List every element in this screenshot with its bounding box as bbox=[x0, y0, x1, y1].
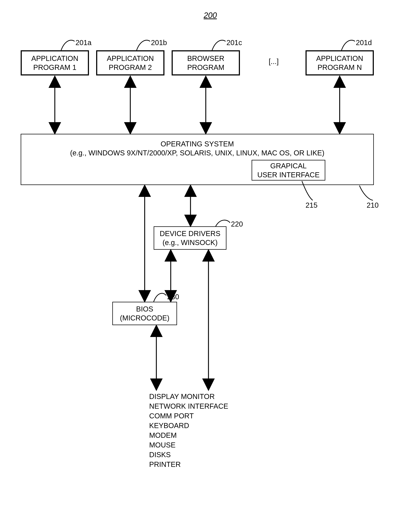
box-app4: APPLICATION PROGRAM N bbox=[306, 50, 374, 75]
drivers-line2: (e.g., WINSOCK) bbox=[163, 238, 218, 247]
hardware-list: DISPLAY MONITOR NETWORK INTERFACE COMM P… bbox=[149, 392, 228, 469]
app1-line1: APPLICATION bbox=[31, 54, 78, 63]
box-app1: APPLICATION PROGRAM 1 bbox=[21, 50, 89, 75]
os-line1: OPERATING SYSTEM bbox=[160, 140, 234, 148]
ref-201d: 201d bbox=[356, 39, 372, 47]
apps-ellipsis: [...] bbox=[269, 58, 279, 66]
box-app2: APPLICATION PROGRAM 2 bbox=[96, 50, 165, 75]
ref-220: 220 bbox=[231, 220, 243, 228]
app4-line2: PROGRAM N bbox=[318, 63, 362, 72]
hw-2: COMM PORT bbox=[149, 411, 228, 421]
bios-line1: BIOS bbox=[136, 304, 153, 313]
diagram-canvas: 200 201a 201b 201c 201d 220 230 215 210 … bbox=[0, 0, 420, 508]
app1-line2: PROGRAM 1 bbox=[33, 63, 76, 72]
hw-0: DISPLAY MONITOR bbox=[149, 392, 228, 401]
app2-line1: APPLICATION bbox=[107, 54, 154, 63]
ref-230: 230 bbox=[167, 293, 179, 301]
hw-5: MOUSE bbox=[149, 440, 228, 450]
ref-210: 210 bbox=[367, 201, 379, 209]
app4-line1: APPLICATION bbox=[316, 54, 363, 63]
bios-line2: (MICROCODE) bbox=[120, 313, 169, 323]
os-line2: (e.g., WINDOWS 9X/NT/2000/XP, SOLARIS, U… bbox=[70, 148, 324, 157]
hw-4: MODEM bbox=[149, 430, 228, 440]
app3-line1: BROWSER bbox=[187, 54, 225, 63]
gui-line1: GRAPICAL bbox=[270, 161, 307, 170]
ref-201b: 201b bbox=[151, 39, 167, 47]
gui-line2: USER INTERFACE bbox=[257, 170, 320, 179]
hw-1: NETWORK INTERFACE bbox=[149, 401, 228, 411]
app2-line2: PROGRAM 2 bbox=[109, 63, 152, 72]
box-drivers: DEVICE DRIVERS (e.g., WINSOCK) bbox=[154, 226, 226, 250]
box-gui: GRAPICAL USER INTERFACE bbox=[252, 160, 325, 181]
ref-201a: 201a bbox=[75, 39, 91, 47]
app3-line2: PROGRAM bbox=[187, 63, 225, 72]
figure-number: 200 bbox=[189, 11, 232, 20]
ref-215: 215 bbox=[306, 201, 318, 209]
hw-6: DISKS bbox=[149, 450, 228, 459]
ref-201c: 201c bbox=[226, 39, 242, 47]
box-bios: BIOS (MICROCODE) bbox=[112, 302, 177, 325]
drivers-line1: DEVICE DRIVERS bbox=[160, 229, 220, 238]
hw-7: PRINTER bbox=[149, 459, 228, 469]
hw-3: KEYBOARD bbox=[149, 421, 228, 430]
box-app3: BROWSER PROGRAM bbox=[172, 50, 240, 75]
